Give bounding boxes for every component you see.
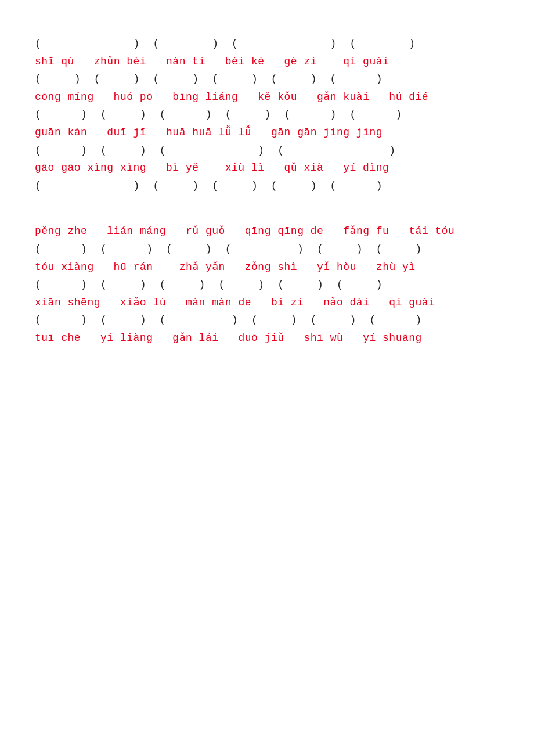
text-line: ( ) ( ) ( ) ( ) ( ) xyxy=(35,177,499,195)
text-line: ( ) ( ) ( ) ( ) ( ) ( ) xyxy=(35,106,499,124)
text-line: gāo gāo xìng xìng bì yě xiù lì qǔ xià yí… xyxy=(35,159,499,177)
text-line: xiān shēng xiǎo lù màn màn de bí zi nǎo … xyxy=(35,294,499,312)
text-line: tóu xiàng hū rán zhǎ yǎn zǒng shì yǐ hòu… xyxy=(35,258,499,276)
text-line: shī qù zhǔn bèi nán tí bèi kè gè zì qí g… xyxy=(35,53,499,71)
text-line: cōng míng huó pō bīng liáng kě kǒu gǎn k… xyxy=(35,88,499,106)
text-line: ( ) ( ) ( ) ( ) ( ) ( ) xyxy=(35,70,499,88)
text-line: ( ) ( ) ( ) ( ) ( ) ( ) xyxy=(35,240,499,258)
main-content: ( ) ( ) ( ) ( )shī qù zhǔn bèi nán tí bè… xyxy=(35,35,499,347)
text-line: ( ) ( ) ( ) ( ) ( ) ( ) xyxy=(35,311,499,329)
text-line: ( ) ( ) ( ) ( ) ( ) ( ) xyxy=(35,276,499,294)
text-line: pěng zhe lián máng rǔ guǒ qīng qīng de f… xyxy=(35,222,499,240)
section-2: pěng zhe lián máng rǔ guǒ qīng qīng de f… xyxy=(35,222,499,347)
text-line: guān kàn duī jī huā huā lǚ lǚ gān gān jì… xyxy=(35,124,499,142)
text-line: ( ) ( ) ( ) ( ) xyxy=(35,142,499,160)
text-line: ( ) ( ) ( ) ( ) xyxy=(35,35,499,53)
text-line: tuī chē yí liàng gǎn lái duō jiǔ shī wù … xyxy=(35,329,499,347)
section-gap xyxy=(35,195,499,222)
section-1: ( ) ( ) ( ) ( )shī qù zhǔn bèi nán tí bè… xyxy=(35,35,499,195)
